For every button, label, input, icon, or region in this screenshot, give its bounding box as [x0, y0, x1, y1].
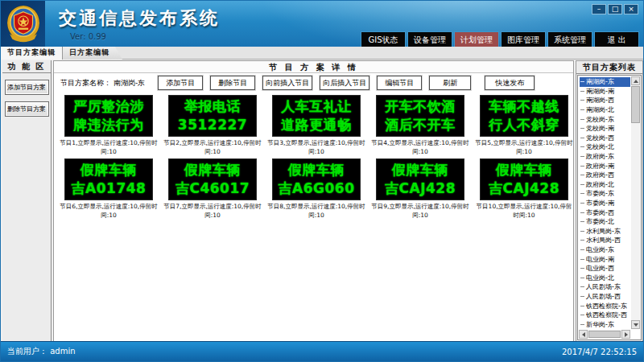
scroll-up-icon[interactable] [631, 76, 640, 85]
delete-program-button[interactable]: 删除节目 [210, 76, 255, 90]
vertical-scroll-thumb[interactable] [631, 86, 640, 123]
list-item[interactable]: 南湖岗-北 [580, 105, 630, 115]
close-button[interactable]: × [624, 4, 638, 14]
led-line: 人车互礼让 [273, 97, 360, 116]
list-item-label: 电业岗-南 [586, 255, 614, 264]
maximize-button[interactable]: □ [608, 4, 622, 14]
list-item[interactable]: 政府岗-西 [580, 171, 630, 180]
list-item[interactable]: 南湖岗-南 [580, 87, 630, 97]
list-item[interactable]: 市委岗-东 [580, 189, 630, 199]
tree-dash [580, 184, 584, 185]
plan-list-title: 节目方案列表 [576, 61, 642, 74]
horizontal-scroll-thumb[interactable] [588, 331, 621, 338]
list-item-label: 党校岗-西 [586, 134, 614, 142]
current-user-value: admin [50, 347, 75, 356]
insert-before-button[interactable]: 向前插入节目 [262, 76, 312, 90]
led-line: 开车不饮酒 [377, 97, 464, 116]
list-item[interactable]: 铁西检察院-东 [580, 301, 630, 311]
list-item-label: 人民剧场-西 [586, 292, 621, 301]
led-preview: 车辆不越线 行人不斜穿 [480, 95, 568, 137]
edit-program-button[interactable]: 编辑节目 [377, 76, 422, 90]
program-caption: 节目2,立即显示,运行速度:10,停留时间:10 [163, 138, 262, 158]
list-item[interactable]: 政府岗-南 [580, 161, 630, 171]
list-item[interactable]: 电业岗-北 [580, 273, 630, 282]
list-item[interactable]: 政府岗-东 [580, 152, 630, 162]
insert-after-button[interactable]: 向后插入节目 [320, 76, 369, 90]
add-plan-button[interactable]: 添加节目方案 [5, 80, 49, 95]
program-cell[interactable]: 严厉整治涉 牌违法行为 节目1,立即显示,运行速度:10,停留时间:10 [60, 95, 158, 158]
program-caption: 节目8,立即显示,运行速度:10,停留时间:10 [267, 202, 365, 221]
program-caption: 节目7,立即显示,运行速度:10,停留时间:10 [163, 202, 262, 221]
list-item[interactable]: 南湖岗-西 [580, 96, 630, 105]
delete-plan-button[interactable]: 删除节目方案 [5, 101, 49, 117]
led-line: 道路更通畅 [273, 116, 360, 134]
scroll-down-icon[interactable] [631, 320, 640, 329]
scroll-left-icon[interactable] [579, 330, 588, 339]
program-cell[interactable]: 开车不饮酒 酒后不开车 节目4,立即显示,运行速度:10,停留时间:10 [371, 95, 469, 158]
nav-exit[interactable]: 退 出 [594, 31, 639, 48]
led-line: 行人不斜穿 [481, 116, 568, 134]
list-item[interactable]: 电业岗-东 [580, 245, 630, 255]
list-item[interactable]: 铁西检察院-西 [580, 311, 630, 320]
list-item[interactable]: 水利局岗-东 [580, 227, 630, 237]
led-line: 假牌车辆 [65, 161, 152, 179]
program-cell[interactable]: 车辆不越线 行人不斜穿 节目5,立即显示,运行速度:10,停留时间:10 [475, 95, 573, 158]
nav-system-management[interactable]: 系统管理 [547, 31, 592, 48]
list-item-label: 铁西检察院-西 [586, 311, 627, 319]
led-preview: 开车不饮酒 酒后不开车 [376, 95, 464, 137]
tree-dash [580, 203, 584, 204]
tree-dash [580, 231, 584, 232]
program-cell[interactable]: 假牌车辆 吉CAJ428 节目10,立即显示,运行速度:10,停留时间:10 [475, 158, 573, 221]
nav-plan-management[interactable]: 计划管理 [454, 31, 499, 48]
scroll-right-icon[interactable] [621, 330, 630, 339]
program-cell[interactable]: 假牌车辆 吉A6G060 节目8,立即显示,运行速度:10,停留时间:10 [267, 158, 365, 221]
list-item-label: 市委岗-东 [586, 189, 614, 198]
program-cell[interactable]: 假牌车辆 吉C46017 节目7,立即显示,运行速度:10,停留时间:10 [163, 158, 262, 221]
program-grid: 严厉整治涉 牌违法行为 节目1,立即显示,运行速度:10,停留时间:10 举报电… [54, 93, 573, 221]
add-program-button[interactable]: 添加节目 [158, 76, 203, 90]
list-item[interactable]: 电业岗-南 [580, 254, 630, 264]
list-item[interactable]: 党校岗-北 [580, 142, 630, 152]
status-timestamp: 2017/4/7 22:52:15 [562, 348, 637, 356]
list-item[interactable]: 党校岗-东 [580, 114, 630, 124]
horizontal-scrollbar[interactable] [579, 330, 630, 339]
list-item[interactable]: 南湖岗-东 [580, 77, 630, 87]
list-item[interactable]: 电业岗-西 [580, 264, 630, 274]
program-cell[interactable]: 假牌车辆 吉A01748 节目6,立即显示,运行速度:10,停留时间:10 [60, 158, 158, 221]
minimize-button[interactable]: – [592, 4, 606, 14]
list-item-label: 水利局岗-东 [586, 227, 621, 236]
window-controls: – □ × [592, 4, 638, 14]
program-cell[interactable]: 人车互礼让 道路更通畅 节目3,立即显示,运行速度:10,停留时间:10 [267, 95, 365, 158]
quick-publish-button[interactable]: 快速发布 [485, 76, 535, 90]
nav-device-management[interactable]: 设备管理 [407, 31, 452, 48]
list-item-label: 市委岗-北 [586, 217, 614, 226]
list-item[interactable]: 人民剧场-西 [580, 292, 630, 302]
led-preview: 人车互礼让 道路更通畅 [272, 95, 361, 137]
list-item[interactable]: 新华岗-东 [580, 319, 630, 329]
program-cell[interactable]: 假牌车辆 吉CAJ428 节目9,立即显示,运行速度:10,停留时间:10 [371, 158, 469, 221]
refresh-button[interactable]: 刷新 [429, 76, 471, 90]
list-item[interactable]: 党校岗-西 [580, 134, 630, 143]
nav-gallery-management[interactable]: 图库管理 [501, 31, 546, 48]
list-item[interactable]: 市委岗-西 [580, 208, 630, 217]
list-item[interactable]: 市委岗-北 [580, 217, 630, 227]
status-bar: 当前用户： admin 2017/4/7 22:52:15 [1, 341, 643, 361]
current-user-label: 当前用户： [7, 347, 47, 356]
tree-dash [580, 324, 584, 325]
list-item[interactable]: 政府岗-北 [580, 180, 630, 190]
program-caption: 节目5,立即显示,运行速度:10,停留时间:10 [475, 138, 573, 158]
program-cell[interactable]: 举报电话 3512227 节目2,立即显示,运行速度:10,停留时间:10 [163, 95, 262, 158]
led-line: 严厉整治涉 [65, 97, 152, 116]
nav-gis-status[interactable]: GIS状态 [361, 31, 406, 48]
plan-toolbar: 节目方案名称： 南湖岗-东 添加节目 删除节目 向前插入节目 向后插入节目 编辑… [54, 73, 573, 93]
tree-dash [580, 278, 584, 278]
tab-day-plan-edit[interactable]: 日方案编辑 [63, 47, 122, 60]
tab-program-plan-edit[interactable]: 节目方案编辑 [1, 47, 63, 60]
list-item[interactable]: 人民剧场-东 [580, 282, 630, 292]
list-item[interactable]: 党校岗-南 [580, 124, 630, 134]
vertical-scrollbar[interactable] [631, 76, 640, 329]
list-item[interactable]: 水利局岗-西 [580, 236, 630, 245]
tree-dash [580, 175, 584, 175]
list-item[interactable]: 市委岗-南 [580, 199, 630, 208]
list-item-label: 政府岗-西 [586, 171, 614, 179]
